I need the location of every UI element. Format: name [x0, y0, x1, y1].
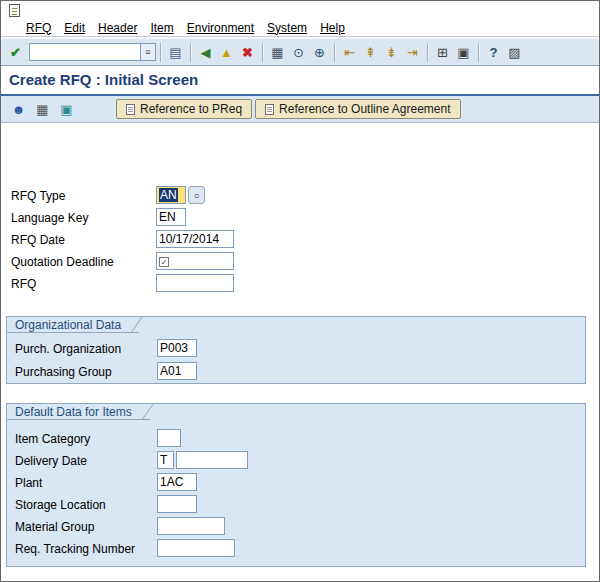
print-icon[interactable]: ▦ — [267, 42, 288, 63]
menu-item-rfq[interactable]: RFQ — [26, 21, 51, 35]
toolbar-separator — [478, 43, 479, 62]
toolbar-separator — [262, 43, 263, 62]
rfq-date-label: RFQ Date — [11, 233, 65, 247]
material-group-label: Material Group — [15, 520, 94, 534]
cancel-icon[interactable]: ✖ — [237, 42, 258, 63]
toolbar-separator — [160, 43, 161, 62]
previous-page-icon[interactable]: ⇞ — [360, 42, 381, 63]
field-row-storage-location: Storage Location — [7, 495, 585, 515]
field-row-purchasing-group: Purchasing Group — [7, 362, 585, 382]
field-row-rfq-type: RFQ Type AN ○ — [1, 186, 599, 206]
storage-location-input[interactable] — [157, 495, 197, 513]
create-shortcut-icon[interactable]: ▣ — [453, 42, 474, 63]
toolbar-separator — [427, 43, 428, 62]
delivery-date-label: Delivery Date — [15, 454, 87, 468]
req-tracking-number-label: Req. Tracking Number — [15, 542, 135, 556]
command-input[interactable] — [29, 43, 141, 61]
group-header-slant — [121, 317, 142, 333]
document-icon — [265, 104, 274, 115]
default-data-for-items-group: Default Data for Items Item Category Del… — [6, 403, 586, 567]
field-row-req-tracking-number: Req. Tracking Number — [7, 539, 585, 559]
rfq-input[interactable] — [156, 274, 234, 292]
menu-item-environment[interactable]: Environment — [187, 21, 254, 35]
default-data-for-items-header: Default Data for Items — [7, 404, 150, 420]
title-bar: Create RFQ : Initial Screen — [1, 66, 599, 94]
plant-input[interactable] — [157, 473, 197, 491]
find-icon[interactable]: ⊙ — [288, 42, 309, 63]
purch-organization-input[interactable] — [157, 339, 197, 357]
purchasing-group-label: Purchasing Group — [15, 365, 112, 379]
purch-organization-label: Purch. Organization — [15, 342, 121, 356]
toolbar-separator — [190, 43, 191, 62]
exit-icon[interactable]: ▲ — [216, 42, 237, 63]
save-icon[interactable]: ▤ — [165, 42, 186, 63]
language-key-label: Language Key — [11, 211, 88, 225]
menu-item-edit[interactable]: Edit — [64, 21, 85, 35]
main-area: RFQ Type AN ○ Language Key RFQ Date Quot… — [1, 123, 599, 581]
field-row-rfq: RFQ — [1, 274, 599, 294]
field-row-plant: Plant — [7, 473, 585, 493]
enter-icon[interactable]: ✔ — [5, 42, 26, 63]
menu-item-item[interactable]: Item — [150, 21, 173, 35]
copy-icon[interactable]: ▣ — [56, 99, 77, 119]
rfq-date-input[interactable] — [156, 230, 234, 248]
group-header-slant — [132, 404, 153, 420]
page-title: Create RFQ : Initial Screen — [9, 71, 198, 88]
next-page-icon[interactable]: ⇟ — [381, 42, 402, 63]
find-next-icon[interactable]: ⊕ — [309, 42, 330, 63]
quotation-deadline-input[interactable]: ✓ — [156, 252, 234, 270]
rfq-label: RFQ — [11, 277, 36, 291]
language-key-input[interactable] — [156, 208, 186, 226]
standard-toolbar: ✔ ≡ ▤ ◀ ▲ ✖ ▦ ⊙ ⊕ ⇤ ⇞ ⇟ ⇥ ⊞ ▣ ? ▨ — [1, 38, 599, 66]
application-toolbar: ☻ ▦ ▣ Reference to PReq Reference to Out… — [1, 96, 599, 123]
delivery-date-input[interactable] — [176, 451, 248, 469]
reference-to-outline-agreement-button[interactable]: Reference to Outline Agreement — [255, 99, 460, 119]
delivery-date-category-input[interactable] — [157, 451, 174, 469]
rfq-type-label: RFQ Type — [11, 189, 65, 203]
customize-layout-icon[interactable]: ▨ — [504, 42, 525, 63]
rfq-type-input[interactable]: AN — [156, 186, 186, 204]
new-session-icon[interactable]: ⊞ — [432, 42, 453, 63]
field-row-purch-organization: Purch. Organization — [7, 339, 585, 359]
item-category-input[interactable] — [157, 429, 181, 447]
menu-item-help[interactable]: Help — [320, 21, 345, 35]
command-history-icon[interactable]: ≡ — [141, 43, 156, 61]
first-page-icon[interactable]: ⇤ — [339, 42, 360, 63]
back-icon[interactable]: ◀ — [195, 42, 216, 63]
field-row-rfq-date: RFQ Date — [1, 230, 599, 250]
purchasing-group-input[interactable] — [157, 362, 197, 380]
field-row-quotation-deadline: Quotation Deadline ✓ — [1, 252, 599, 272]
quotation-deadline-label: Quotation Deadline — [11, 255, 114, 269]
toolbar-separator — [334, 43, 335, 62]
document-icon — [126, 104, 135, 115]
organizational-data-title: Organizational Data — [15, 318, 121, 332]
help-icon[interactable]: ? — [483, 42, 504, 63]
menu-bar: RFQ Edit Header Item Environment System … — [1, 19, 599, 37]
organizational-data-group: Organizational Data Purch. Organization … — [6, 316, 586, 384]
last-page-icon[interactable]: ⇥ — [402, 42, 423, 63]
item-category-label: Item Category — [15, 432, 90, 446]
required-entry-icon: ✓ — [159, 257, 169, 267]
storage-location-label: Storage Location — [15, 498, 106, 512]
system-menu-row — [1, 1, 599, 19]
field-row-item-category: Item Category — [7, 429, 585, 449]
material-group-input[interactable] — [157, 517, 225, 535]
req-tracking-number-input[interactable] — [157, 539, 235, 557]
rfq-type-matchcode-button[interactable]: ○ — [188, 186, 205, 204]
field-row-material-group: Material Group — [7, 517, 585, 537]
field-row-language-key: Language Key — [1, 208, 599, 228]
reference-to-outline-agreement-label: Reference to Outline Agreement — [279, 102, 450, 116]
reference-to-preq-button[interactable]: Reference to PReq — [116, 99, 252, 119]
user-icon[interactable]: ☻ — [8, 99, 29, 119]
plant-label: Plant — [15, 476, 42, 490]
reference-to-preq-label: Reference to PReq — [140, 102, 242, 116]
field-row-delivery-date: Delivery Date — [7, 451, 585, 471]
system-menu-icon[interactable] — [9, 4, 20, 17]
printer-icon[interactable]: ▦ — [32, 99, 53, 119]
default-data-for-items-title: Default Data for Items — [15, 405, 132, 419]
menu-item-system[interactable]: System — [267, 21, 307, 35]
organizational-data-header: Organizational Data — [7, 317, 139, 333]
rfq-type-value: AN — [159, 188, 178, 202]
sap-window: RFQ Edit Header Item Environment System … — [0, 0, 600, 582]
menu-item-header[interactable]: Header — [98, 21, 137, 35]
